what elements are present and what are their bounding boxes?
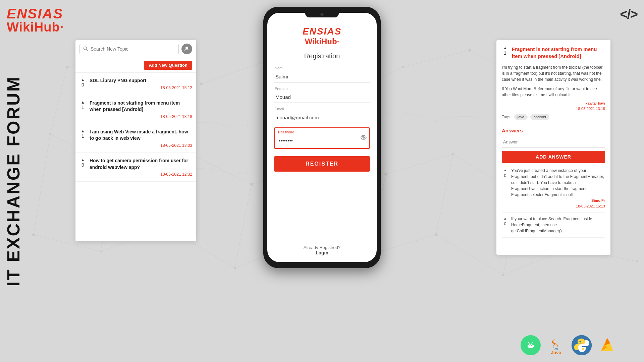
password-input[interactable] bbox=[277, 135, 367, 146]
item-title: SDL Library PNG support bbox=[90, 77, 192, 84]
tag-android[interactable]: android bbox=[530, 114, 549, 120]
svg-line-61 bbox=[436, 235, 503, 275]
password-toggle-icon[interactable] bbox=[361, 135, 367, 141]
item-content: I am using Web View inside a fragment. h… bbox=[90, 129, 192, 148]
registration-title: Registration bbox=[304, 52, 340, 60]
phone-screen-inner: ENSIAS WikiHub· Registration Nom Prenom bbox=[267, 13, 377, 262]
answer-vote-row: ▲ 0 If your want to place Search_Fragmen… bbox=[502, 216, 605, 234]
upvote-arrow-icon: ▲ bbox=[81, 100, 85, 105]
register-button[interactable]: REGISTER bbox=[274, 156, 370, 172]
svg-line-30 bbox=[201, 60, 268, 84]
svg-point-66 bbox=[185, 47, 188, 49]
item-date: 18-05-2021 13:18 bbox=[90, 114, 192, 119]
item-date: 18-05-2021 12:32 bbox=[90, 172, 192, 177]
item-title: Fragment is not starting from menu item … bbox=[90, 100, 192, 113]
answer-text: If your want to place Search_Fragment in… bbox=[511, 216, 605, 234]
item-title: How to get camera permission from user f… bbox=[90, 158, 192, 171]
question-vote-count: 1 bbox=[504, 50, 506, 56]
answer-meta: Simo Fr 18-05-2021 15:13 bbox=[511, 198, 605, 209]
upvote-arrow-icon: ▲ bbox=[81, 77, 85, 82]
password-field: Password bbox=[274, 127, 370, 149]
add-answer-button[interactable]: ADD ANSWER bbox=[502, 151, 605, 163]
question-detail-panel: ▲ 1 Fragment is not starting from menu i… bbox=[496, 40, 610, 255]
vote-section: ▲ 1 bbox=[79, 100, 86, 110]
email-field: Email bbox=[274, 107, 370, 123]
list-item[interactable]: ▲ 1 I am using Web View inside a fragmen… bbox=[75, 124, 196, 153]
item-title: I am using Web View inside a fragment. h… bbox=[90, 129, 192, 142]
add-question-bar: Add New Question bbox=[75, 58, 196, 73]
answer-date: 18-05-2021 15:13 bbox=[511, 203, 605, 209]
vote-count: 0 bbox=[82, 82, 84, 87]
svg-rect-71 bbox=[528, 345, 533, 348]
registration-logo: ENSIAS WikiHub· bbox=[303, 26, 341, 46]
svg-point-72 bbox=[529, 344, 530, 345]
already-registered-text: Already Registred? bbox=[304, 245, 341, 250]
phone-screen: ENSIAS WikiHub· Registration Nom Prenom bbox=[267, 13, 377, 262]
reg-ensias-brand: ENSIAS bbox=[303, 26, 341, 37]
answer-vote-section: ▲ 0 bbox=[502, 168, 508, 179]
tags-row: Tags: java android bbox=[502, 114, 605, 120]
item-content: SDL Library PNG support 18-05-2021 15:12 bbox=[90, 77, 192, 90]
prenom-label: Prenom bbox=[275, 86, 370, 90]
login-link[interactable]: Login bbox=[304, 250, 341, 255]
bottom-tech-icons: Java bbox=[521, 335, 617, 355]
svg-point-81 bbox=[580, 341, 581, 343]
list-item[interactable]: ▲ 1 Fragment is not starting from menu i… bbox=[75, 95, 196, 124]
top-right-logo: </> bbox=[620, 7, 637, 22]
phone-mockup: ENSIAS WikiHub· Registration Nom Prenom bbox=[263, 7, 381, 268]
upvote-arrow-icon: ▲ bbox=[503, 216, 507, 221]
forum-list-panel: Add New Question ▲ 0 SDL Library PNG sup… bbox=[75, 40, 196, 241]
phone-shell: ENSIAS WikiHub· Registration Nom Prenom bbox=[263, 7, 381, 268]
tag-java[interactable]: java bbox=[514, 114, 528, 120]
svg-line-36 bbox=[50, 67, 67, 134]
tags-label: Tags: bbox=[502, 115, 512, 119]
answer-vote-section: ▲ 0 bbox=[502, 216, 508, 227]
answer-vote-count: 0 bbox=[504, 221, 506, 227]
answer-author: Simo Fr bbox=[511, 198, 605, 203]
answer-text: You've just created a new instance of yo… bbox=[511, 168, 605, 198]
email-label: Email bbox=[275, 107, 370, 111]
firebase-icon bbox=[597, 335, 617, 355]
search-input[interactable] bbox=[91, 46, 175, 52]
already-registered-section: Already Registred? Login bbox=[304, 238, 341, 255]
answer-item: ▲ 0 You've just created a new instance o… bbox=[502, 168, 605, 213]
user-avatar[interactable] bbox=[181, 44, 192, 54]
svg-line-46 bbox=[34, 134, 50, 235]
svg-line-69 bbox=[361, 136, 366, 139]
question-title: Fragment is not starting from menu item … bbox=[512, 46, 605, 60]
reg-wikihub-brand: WikiHub· bbox=[303, 37, 341, 46]
add-new-question-button[interactable]: Add New Question bbox=[144, 61, 192, 70]
question-header: ▲ 1 Fragment is not starting from menu i… bbox=[502, 46, 605, 60]
vote-section: ▲ 0 bbox=[79, 77, 86, 87]
forum-items-list: ▲ 0 SDL Library PNG support 18-05-2021 1… bbox=[75, 73, 196, 241]
vote-count: 1 bbox=[82, 105, 84, 110]
upvote-arrow-icon: ▲ bbox=[503, 46, 507, 50]
svg-point-77 bbox=[531, 345, 532, 346]
forum-header bbox=[75, 40, 196, 58]
android-icon bbox=[521, 335, 541, 355]
search-icon bbox=[83, 46, 88, 52]
list-item[interactable]: ▲ 0 SDL Library PNG support 18-05-2021 1… bbox=[75, 73, 196, 95]
it-exchange-forum-label: IT EXCHANGE FORUM bbox=[5, 76, 22, 286]
item-content: Fragment is not starting from menu item … bbox=[90, 100, 192, 119]
upvote-arrow-icon: ▲ bbox=[81, 129, 85, 133]
svg-line-43 bbox=[386, 154, 453, 174]
item-date: 18-05-2021 15:12 bbox=[90, 85, 192, 90]
svg-line-49 bbox=[235, 184, 252, 268]
vote-count: 0 bbox=[82, 162, 84, 168]
prenom-field: Prenom bbox=[274, 86, 370, 103]
nom-input[interactable] bbox=[274, 71, 370, 82]
divider bbox=[502, 125, 605, 125]
question-body-line2: If You Want More Reference of any file o… bbox=[502, 86, 605, 98]
question-author: kawtar kaw bbox=[502, 101, 605, 105]
svg-line-52 bbox=[436, 154, 453, 235]
email-input[interactable] bbox=[274, 112, 370, 123]
prenom-input[interactable] bbox=[274, 92, 370, 103]
upvote-arrow-icon: ▲ bbox=[503, 168, 507, 173]
answer-input[interactable] bbox=[502, 137, 605, 147]
vote-section: ▲ 1 bbox=[79, 129, 86, 139]
question-date: 18-05-2021 13:18 bbox=[502, 107, 605, 111]
list-item[interactable]: ▲ 0 How to get camera permission from us… bbox=[75, 153, 196, 182]
java-icon: Java bbox=[546, 335, 566, 355]
search-box[interactable] bbox=[79, 44, 179, 54]
